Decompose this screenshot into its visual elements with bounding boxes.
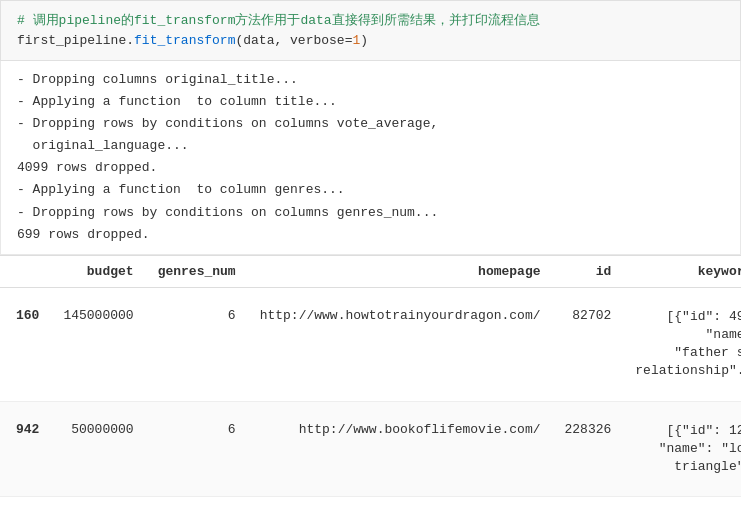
table-row: 160 145000000 6 http://www.howtotrainyou…	[0, 287, 741, 401]
output-line-6: - Applying a function to column genres..…	[17, 179, 724, 201]
data-table-wrapper: budget genres_num homepage id keywords o…	[0, 255, 741, 497]
output-line-2: - Applying a function to column title...	[17, 91, 724, 113]
output-line-8: 699 rows dropped.	[17, 224, 724, 246]
th-index	[0, 255, 51, 287]
code-prefix: first_pipeline.	[17, 33, 134, 48]
cell-genres-160: 6	[146, 287, 248, 401]
output-line-4: original_language...	[17, 135, 724, 157]
cell-keywords-942: [{"id": 128, "name": "love triangle"},	[623, 401, 741, 497]
cell-genres-942: 6	[146, 401, 248, 497]
code-section: # 调用pipeline的fit_transform方法作用于data直接得到所…	[0, 0, 741, 61]
th-keywords: keywords	[623, 255, 741, 287]
output-line-1: - Dropping columns original_title...	[17, 69, 724, 91]
cell-homepage-160: http://www.howtotrainyourdragon.com/	[248, 287, 553, 401]
output-section: - Dropping columns original_title... - A…	[0, 61, 741, 255]
cell-id-942: 228326	[553, 401, 624, 497]
row-index-942: 942	[0, 401, 51, 497]
data-table: budget genres_num homepage id keywords o…	[0, 255, 741, 497]
cell-homepage-942: http://www.bookoflifemovie.com/	[248, 401, 553, 497]
table-header-row: budget genres_num homepage id keywords o…	[0, 255, 741, 287]
cell-id-160: 82702	[553, 287, 624, 401]
output-line-5: 4099 rows dropped.	[17, 157, 724, 179]
cell-budget-942: 50000000	[51, 401, 145, 497]
cell-keywords-160: [{"id": 494, "name": "father son relatio…	[623, 287, 741, 401]
output-line-7: - Dropping rows by conditions on columns…	[17, 202, 724, 224]
code-func: fit_transform	[134, 33, 235, 48]
th-budget: budget	[51, 255, 145, 287]
code-args: (data, verbose=	[235, 33, 352, 48]
th-homepage: homepage	[248, 255, 553, 287]
row-index-160: 160	[0, 287, 51, 401]
table-row: 942 50000000 6 http://www.bookoflifemovi…	[0, 401, 741, 497]
th-id: id	[553, 255, 624, 287]
code-comment: # 调用pipeline的fit_transform方法作用于data直接得到所…	[17, 11, 724, 31]
cell-budget-160: 145000000	[51, 287, 145, 401]
code-line: first_pipeline.fit_transform(data, verbo…	[17, 31, 724, 51]
code-close: )	[360, 33, 368, 48]
output-line-3: - Dropping rows by conditions on columns…	[17, 113, 724, 135]
th-genres-num: genres_num	[146, 255, 248, 287]
